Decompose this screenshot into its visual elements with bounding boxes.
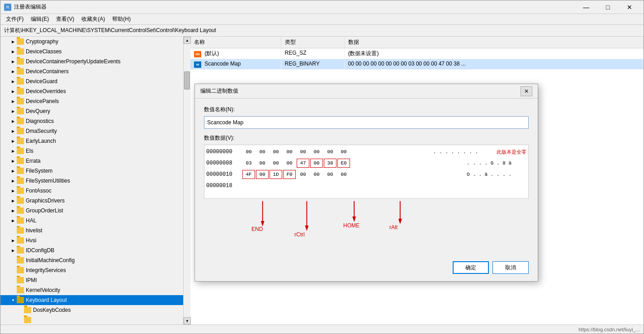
hex-cell[interactable]: 00 [297, 147, 309, 156]
hex-cell[interactable]: 00 [324, 170, 336, 179]
hex-cell-highlighted[interactable]: 00 [310, 159, 323, 168]
name-input[interactable] [204, 116, 529, 129]
annotation-area: END rCtrl HOME rAlt [204, 199, 529, 249]
edit-binary-dialog: 编辑二进制数值 ✕ 数值名称(N): 数值数据(V): 00000000 00 … [194, 84, 538, 282]
hex-ascii: O . . à . . . . [463, 172, 526, 177]
dialog-buttons: 确定 取消 [195, 256, 538, 281]
hex-cell[interactable]: 00 [256, 147, 269, 156]
name-label: 数值名称(N): [204, 106, 529, 113]
hex-cell-highlighted[interactable]: 4F [242, 170, 255, 179]
hex-cell-highlighted[interactable]: 1D [270, 170, 282, 179]
dialog-overlay: 编辑二进制数值 ✕ 数值名称(N): 数值数据(V): 00000000 00 … [0, 0, 644, 334]
hex-cell-highlighted[interactable]: 00 [256, 170, 269, 179]
hex-cell[interactable]: 00 [270, 159, 282, 168]
hex-cells: 4F 00 1D F0 00 00 00 00 [242, 170, 463, 179]
hex-addr: 00000000 [206, 149, 242, 155]
hex-cell-highlighted[interactable]: F0 [283, 170, 296, 179]
cancel-button[interactable]: 取消 [492, 261, 529, 274]
home-label: HOME [343, 222, 360, 229]
hex-ascii: . . . . G . 8 à [463, 160, 526, 166]
confirm-button[interactable]: 确定 [453, 261, 489, 274]
dialog-title-text: 编辑二进制数值 [200, 87, 521, 95]
hex-cell[interactable]: 00 [283, 159, 296, 168]
annotation-note: 此版本是全零 [497, 149, 526, 155]
hex-cell[interactable]: 00 [337, 170, 350, 179]
hex-cell[interactable]: 00 [337, 147, 350, 156]
ralt-label: rAlt [389, 224, 398, 231]
end-label: END [251, 226, 263, 232]
dialog-title-bar: 编辑二进制数值 ✕ [195, 84, 538, 99]
hex-ascii: . . . . . . . . [430, 149, 493, 155]
hex-cell[interactable]: 00 [297, 170, 309, 179]
dialog-close-button[interactable]: ✕ [521, 86, 532, 96]
hex-row-0: 00000000 00 00 00 00 00 00 00 00 . . . .… [206, 147, 526, 157]
hex-cell-highlighted[interactable]: E0 [337, 159, 350, 168]
hex-cell-highlighted[interactable]: 38 [324, 159, 336, 168]
hex-row-1: 00000008 03 00 00 00 47 00 38 E0 . . . .… [206, 158, 526, 168]
hex-cell[interactable]: 00 [324, 147, 336, 156]
hex-addr: 00000018 [206, 183, 242, 189]
hex-editor[interactable]: 00000000 00 00 00 00 00 00 00 00 . . . .… [204, 145, 529, 199]
data-label: 数值数据(V): [204, 134, 529, 142]
hex-cell[interactable]: 00 [310, 170, 323, 179]
hex-cell[interactable]: 03 [242, 159, 255, 168]
hex-cell[interactable]: 00 [270, 147, 282, 156]
hex-addr: 00000008 [206, 160, 242, 166]
hex-cells: 03 00 00 00 47 00 38 E0 [242, 159, 463, 168]
hex-cell-highlighted[interactable]: 47 [297, 159, 309, 168]
hex-row-3: 00000018 [206, 181, 526, 191]
hex-cell[interactable]: 00 [283, 147, 296, 156]
arrows-svg [204, 199, 529, 249]
hex-addr: 00000010 [206, 171, 242, 178]
hex-cells: 00 00 00 00 00 00 00 00 [242, 147, 430, 156]
hex-cell[interactable]: 00 [310, 147, 323, 156]
hex-row-2: 00000010 4F 00 1D F0 00 00 00 00 O . . à… [206, 169, 526, 179]
hex-cell[interactable]: 00 [242, 147, 255, 156]
rctrl-label: rCtrl [294, 231, 305, 238]
hex-cell[interactable]: 00 [256, 159, 269, 168]
dialog-body: 数值名称(N): 数值数据(V): 00000000 00 00 00 00 0… [195, 99, 538, 256]
